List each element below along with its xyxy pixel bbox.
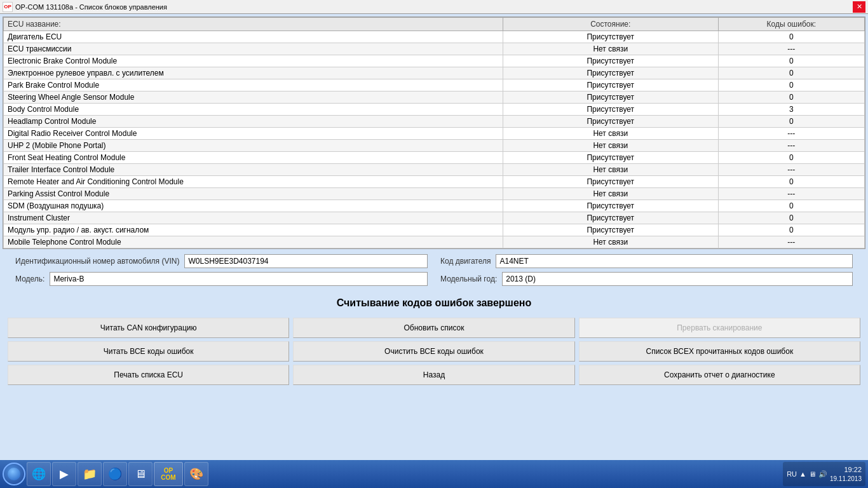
tray-volume-icon: 🔊 bbox=[818, 470, 827, 478]
stop-scan-button[interactable]: Прервать сканирование bbox=[579, 318, 860, 338]
table-row[interactable]: SDM (Воздушная подушка)Присутствует0 bbox=[4, 200, 865, 212]
paint-icon: 🎨 bbox=[189, 467, 203, 481]
ecu-status-cell: Нет связи bbox=[503, 188, 718, 200]
taskbar-paint-icon[interactable]: 🎨 bbox=[184, 462, 208, 486]
start-button[interactable] bbox=[3, 463, 25, 485]
ecu-errors-cell: 0 bbox=[718, 176, 864, 188]
media-icon: ▶ bbox=[60, 467, 69, 481]
ecu-name-cell: SDM (Воздушная подушка) bbox=[4, 200, 503, 212]
ecu-status-cell: Присутствует bbox=[503, 92, 718, 104]
ecu-errors-cell: --- bbox=[718, 128, 864, 140]
model-year-row: Модельный год: bbox=[440, 272, 853, 286]
clear-all-errors-button[interactable]: Очистить ВСЕ коды ошибок bbox=[293, 341, 574, 362]
ecu-name-cell: Trailer Interface Control Module bbox=[4, 164, 503, 176]
read-can-config-button[interactable]: Читать CAN конфигурацию bbox=[8, 318, 289, 338]
table-row[interactable]: Mobile Telephone Control ModuleНет связи… bbox=[4, 236, 865, 248]
taskbar-mycomp-icon[interactable]: 🖥 bbox=[128, 462, 153, 486]
model-label: Модель: bbox=[15, 274, 44, 283]
ecu-status-cell: Присутствует bbox=[503, 116, 718, 128]
app-icon: OP bbox=[3, 2, 13, 12]
ecu-name-cell: Instrument Cluster bbox=[4, 212, 503, 224]
chrome-icon: 🔵 bbox=[108, 467, 122, 481]
ecu-table: ECU название: Состояние: Коды ошибок: Дв… bbox=[3, 17, 865, 248]
taskbar: 🌐 ▶ 📁 🔵 🖥 OP COM 🎨 RU ▲ 🖥 🔊 19:22 19.11.… bbox=[0, 460, 868, 488]
table-row[interactable]: Digital Radio Receiver Control ModuleНет… bbox=[4, 128, 865, 140]
table-row[interactable]: Модуль упр. радио / ав. акуст. сигналомП… bbox=[4, 224, 865, 236]
ecu-name-cell: UHP 2 (Mobile Phone Portal) bbox=[4, 140, 503, 152]
ecu-name-cell: Park Brake Control Module bbox=[4, 79, 503, 92]
taskbar-folder-icon[interactable]: 📁 bbox=[78, 462, 102, 486]
table-row[interactable]: Body Control ModuleПрисутствует3 bbox=[4, 104, 865, 116]
ecu-errors-cell: 0 bbox=[718, 224, 864, 236]
ecu-status-cell: Присутствует bbox=[503, 152, 718, 164]
ecu-name-cell: ECU трансмиссии bbox=[4, 43, 503, 55]
ecu-errors-cell: 0 bbox=[718, 152, 864, 164]
title-bar-text: OP-COM 131108a - Список блоков управлени… bbox=[15, 3, 853, 11]
ecu-name-cell: Электронное рулевое управл. с усилителем bbox=[4, 67, 503, 79]
table-row[interactable]: Remote Heater and Air Conditioning Contr… bbox=[4, 176, 865, 188]
engine-code-input[interactable] bbox=[496, 254, 853, 268]
model-input[interactable] bbox=[50, 272, 428, 286]
ecu-table-wrapper: ECU название: Состояние: Коды ошибок: Дв… bbox=[3, 17, 865, 249]
ecu-name-cell: Front Seat Heating Control Module bbox=[4, 152, 503, 164]
col-header-errors: Коды ошибок: bbox=[718, 18, 864, 31]
system-tray: RU ▲ 🖥 🔊 19:22 19.11.2013 bbox=[783, 462, 865, 486]
model-year-input[interactable] bbox=[502, 272, 853, 286]
table-row[interactable]: Trailer Interface Control ModuleНет связ… bbox=[4, 164, 865, 176]
list-all-errors-button[interactable]: Список ВСЕХ прочитанных кодов ошибок bbox=[579, 341, 860, 362]
button-row-1: Читать CAN конфигурацию Обновить список … bbox=[8, 318, 860, 338]
opcom-label-1: OP bbox=[164, 467, 173, 474]
taskbar-ie-icon[interactable]: 🌐 bbox=[27, 462, 51, 486]
vin-row: Идентификационный номер автомобиля (VIN) bbox=[15, 254, 428, 268]
ecu-errors-cell: 0 bbox=[718, 212, 864, 224]
table-row[interactable]: Parking Assist Control ModuleНет связи--… bbox=[4, 188, 865, 200]
engine-code-label: Код двигателя bbox=[440, 257, 491, 266]
table-row[interactable]: Park Brake Control ModuleПрисутствует0 bbox=[4, 79, 865, 92]
title-bar: OP OP-COM 131108a - Список блоков управл… bbox=[0, 0, 868, 14]
taskbar-media-icon[interactable]: ▶ bbox=[52, 462, 76, 486]
ecu-errors-cell: 0 bbox=[718, 116, 864, 128]
save-report-button[interactable]: Сохранить отчет о диагностике bbox=[579, 365, 860, 385]
col-header-status: Состояние: bbox=[503, 18, 718, 31]
model-year-label: Модельный год: bbox=[440, 274, 497, 283]
table-row[interactable]: UHP 2 (Mobile Phone Portal)Нет связи--- bbox=[4, 140, 865, 152]
main-content: ECU название: Состояние: Коды ошибок: Дв… bbox=[0, 14, 868, 460]
table-row[interactable]: Электронное рулевое управл. с усилителем… bbox=[4, 67, 865, 79]
table-row[interactable]: Electronic Brake Control ModuleПрисутств… bbox=[4, 55, 865, 67]
table-row[interactable]: Steering Wheel Angle Sensor ModuleПрисут… bbox=[4, 92, 865, 104]
read-all-errors-button[interactable]: Читать ВСЕ коды ошибок bbox=[8, 341, 289, 362]
taskbar-chrome-icon[interactable]: 🔵 bbox=[103, 462, 127, 486]
button-area: Читать CAN конфигурацию Обновить список … bbox=[3, 315, 865, 388]
close-button[interactable]: ✕ bbox=[853, 1, 865, 13]
ecu-errors-cell: 0 bbox=[718, 67, 864, 79]
ecu-name-cell: Parking Assist Control Module bbox=[4, 188, 503, 200]
table-row[interactable]: Instrument ClusterПрисутствует0 bbox=[4, 212, 865, 224]
ecu-status-cell: Нет связи bbox=[503, 43, 718, 55]
print-ecu-list-button[interactable]: Печать списка ECU bbox=[8, 365, 289, 385]
ecu-name-cell: Remote Heater and Air Conditioning Contr… bbox=[4, 176, 503, 188]
ie-icon: 🌐 bbox=[32, 467, 46, 481]
ecu-status-cell: Присутствует bbox=[503, 176, 718, 188]
folder-icon: 📁 bbox=[83, 467, 97, 481]
table-row[interactable]: Headlamp Control ModuleПрисутствует0 bbox=[4, 116, 865, 128]
button-row-3: Печать списка ECU Назад Сохранить отчет … bbox=[8, 365, 860, 385]
ecu-errors-cell: --- bbox=[718, 140, 864, 152]
tray-time-date: 19:22 19.11.2013 bbox=[830, 465, 862, 482]
button-row-2: Читать ВСЕ коды ошибок Очистить ВСЕ коды… bbox=[8, 341, 860, 362]
ecu-status-cell: Присутствует bbox=[503, 104, 718, 116]
table-row[interactable]: Двигатель ECUПрисутствует0 bbox=[4, 31, 865, 43]
ecu-name-cell: Headlamp Control Module bbox=[4, 116, 503, 128]
ecu-name-cell: Body Control Module bbox=[4, 104, 503, 116]
vin-input[interactable] bbox=[184, 254, 428, 268]
ecu-status-cell: Присутствует bbox=[503, 79, 718, 92]
ecu-name-cell: Модуль упр. радио / ав. акуст. сигналом bbox=[4, 224, 503, 236]
table-row[interactable]: ECU трансмиссииНет связи--- bbox=[4, 43, 865, 55]
tray-arrow: ▲ bbox=[799, 470, 806, 478]
refresh-list-button[interactable]: Обновить список bbox=[293, 318, 574, 338]
opcom-app-button[interactable]: OP COM bbox=[154, 462, 183, 486]
tray-network-icon: 🖥 bbox=[809, 470, 816, 478]
back-button[interactable]: Назад bbox=[293, 365, 574, 385]
table-row[interactable]: Front Seat Heating Control ModuleПрисутс… bbox=[4, 152, 865, 164]
ecu-errors-cell: 0 bbox=[718, 31, 864, 43]
ecu-name-cell: Electronic Brake Control Module bbox=[4, 55, 503, 67]
